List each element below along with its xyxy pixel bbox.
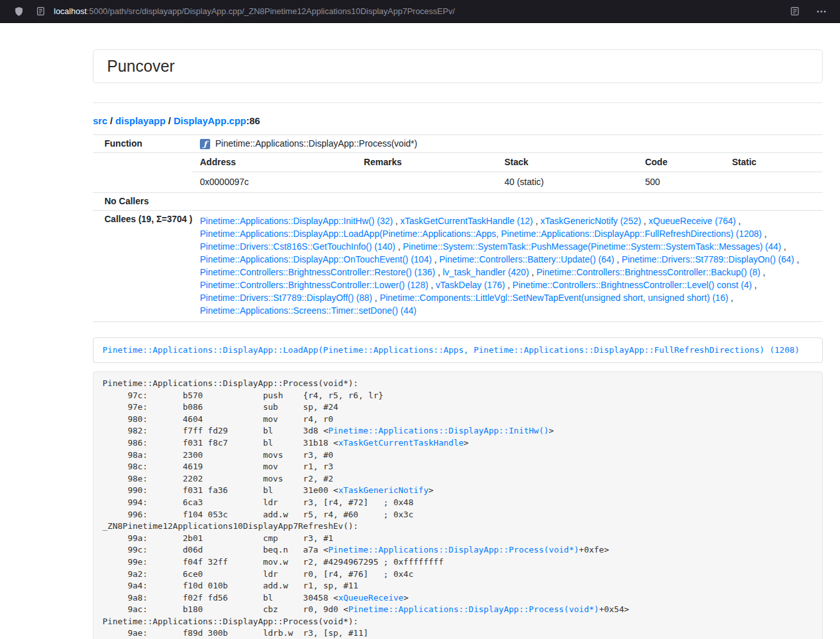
callee-link[interactable]: Pinetime::Drivers::St7789::DisplayOff() … <box>200 293 372 303</box>
breadcrumb-link[interactable]: DisplayApp.cpp <box>174 115 246 126</box>
page-icon[interactable] <box>32 3 49 20</box>
callee-link[interactable]: Pinetime::Applications::DisplayApp::Load… <box>200 229 762 239</box>
callees-row: Callees (19, Σ=3704 ) Pinetime::Applicat… <box>93 210 823 321</box>
toolbar-actions <box>786 3 830 20</box>
callees-list: Pinetime::Applications::DisplayApp::Init… <box>192 211 823 321</box>
callee-link[interactable]: Pinetime::System::SystemTask::PushMessag… <box>403 241 782 252</box>
menu-icon[interactable] <box>813 3 830 20</box>
symbol-info-table: Function ƒ Pinetime::Applications::Displ… <box>93 134 823 322</box>
url-host: localhost <box>54 6 86 16</box>
cell-address: 0x0000097c <box>192 172 356 193</box>
cell-remarks <box>356 172 497 193</box>
callee-link[interactable]: Pinetime::Drivers::St7789::DisplayOn() (… <box>622 254 794 264</box>
breadcrumb: src / displayapp / DisplayApp.cpp:86 <box>93 115 823 126</box>
code-symbol-link[interactable]: xQueueReceive <box>338 593 404 603</box>
col-static: Static <box>724 153 823 172</box>
callee-link[interactable]: xTaskGetCurrentTaskHandle (12) <box>400 216 533 226</box>
callee-link[interactable]: Pinetime::Applications::DisplayApp::Init… <box>200 216 393 226</box>
divider <box>93 102 823 103</box>
url-path: :5000/path/src/displayapp/DisplayApp.cpp… <box>86 6 455 16</box>
cell-code: 500 <box>638 172 725 193</box>
callee-link[interactable]: Pinetime::Controllers::BrightnessControl… <box>536 267 760 277</box>
function-row: Function ƒ Pinetime::Applications::Displ… <box>93 134 823 152</box>
page-content: Puncover src / displayapp / DisplayApp.c… <box>93 49 823 639</box>
breadcrumb-link[interactable]: displayapp <box>115 115 165 126</box>
code-symbol-link[interactable]: xTaskGetCurrentTaskHandle <box>338 438 464 448</box>
col-code: Code <box>638 153 725 172</box>
function-icon: ƒ <box>200 139 210 149</box>
function-name: Pinetime::Applications::DisplayApp::Proc… <box>215 138 417 149</box>
callee-link[interactable]: Pinetime::Controllers::BrightnessControl… <box>200 280 428 290</box>
col-remarks: Remarks <box>356 153 497 172</box>
reader-mode-icon[interactable] <box>786 3 803 20</box>
no-callers-row: No Callers <box>93 192 823 210</box>
callee-link[interactable]: xTaskGenericNotify (252) <box>540 216 641 226</box>
callee-link[interactable]: Pinetime::Applications::Screens::Timer::… <box>200 305 416 316</box>
function-label: Function <box>93 135 192 152</box>
shield-icon[interactable] <box>10 3 27 20</box>
code-symbol-link[interactable]: Pinetime::Applications::DisplayApp::Init… <box>328 426 548 435</box>
breadcrumb-separator: / <box>108 115 116 126</box>
breadcrumb-line-number: :86 <box>246 115 260 126</box>
callee-link[interactable]: Pinetime::Controllers::BrightnessControl… <box>200 267 435 277</box>
callee-link[interactable]: Pinetime::Drivers::Cst816S::GetTouchInfo… <box>200 241 395 252</box>
loadapp-symbol-link[interactable]: Pinetime::Applications::DisplayApp::Load… <box>93 337 823 363</box>
url-area: localhost:5000/path/src/displayapp/Displ… <box>10 0 786 23</box>
callee-link[interactable]: lv_task_handler (420) <box>443 267 529 277</box>
col-address: Address <box>192 153 356 172</box>
callee-link[interactable]: Pinetime::Controllers::BrightnessControl… <box>513 280 752 290</box>
url-bar[interactable]: localhost:5000/path/src/displayapp/Displ… <box>54 0 786 23</box>
cell-stack: 40 (static) <box>497 172 637 193</box>
table-row: 0x0000097c 40 (static) 500 <box>192 172 823 193</box>
callee-link[interactable]: Pinetime::Controllers::Battery::Update()… <box>440 254 614 264</box>
code-symbol-link[interactable]: xTaskGenericNotify <box>338 485 429 495</box>
code-symbol-link[interactable]: Pinetime::Applications::DisplayApp::Proc… <box>328 545 579 554</box>
cell-static <box>724 172 823 193</box>
stats-header-row: Address Remarks Stack Code Static <box>192 153 823 172</box>
stats-table: Address Remarks Stack Code Static 0x0000… <box>192 153 823 192</box>
disassembly: Pinetime::Applications::DisplayApp::Proc… <box>93 371 823 639</box>
callee-link[interactable]: xQueueReceive (764) <box>648 216 736 226</box>
no-callers-label: No Callers <box>93 193 192 210</box>
breadcrumb-separator: / <box>165 115 174 126</box>
page-title: Puncover <box>107 57 175 75</box>
browser-chrome: localhost:5000/path/src/displayapp/Displ… <box>0 0 840 23</box>
callees-label: Callees (19, Σ=3704 ) <box>93 211 192 321</box>
breadcrumb-link[interactable]: src <box>93 115 108 126</box>
callee-link[interactable]: vTaskDelay (176) <box>436 280 505 290</box>
app-header: Puncover <box>93 49 823 83</box>
callee-link[interactable]: Pinetime::Applications::DisplayApp::OnTo… <box>200 254 432 264</box>
callee-link[interactable]: Pinetime::Components::LittleVgl::SetNewT… <box>380 293 729 303</box>
stats-row: Address Remarks Stack Code Static 0x0000… <box>93 152 823 192</box>
code-symbol-link[interactable]: Pinetime::Applications::DisplayApp::Proc… <box>349 604 599 614</box>
col-stack: Stack <box>497 153 637 172</box>
